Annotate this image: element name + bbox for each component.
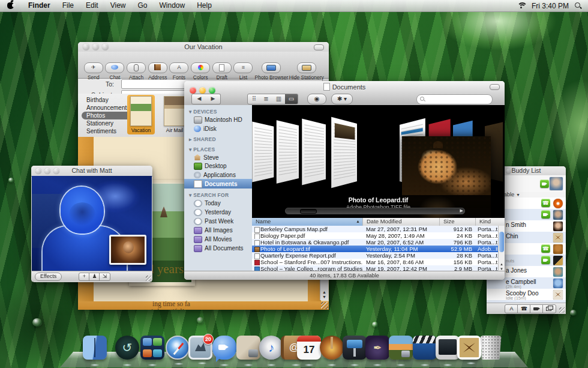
fullscreen-button[interactable]: ⇲ bbox=[99, 273, 110, 281]
dock-itunes-icon[interactable]: ♪ bbox=[259, 336, 283, 360]
draft-button[interactable]: Draft bbox=[211, 62, 233, 80]
file-row[interactable]: Biology Paper.pdf May 28, 2007, 1:49 AM … bbox=[252, 232, 499, 239]
dock-mail-icon[interactable]: 20 bbox=[188, 336, 212, 360]
dock-trash-icon[interactable] bbox=[479, 336, 503, 360]
dock-photo-booth-icon[interactable] bbox=[236, 336, 260, 360]
buddy-resize-grip[interactable] bbox=[559, 307, 565, 313]
toolbar-toggle-button[interactable] bbox=[490, 84, 500, 90]
address-button[interactable]: Address bbox=[147, 62, 169, 80]
audio-chat-button[interactable]: ☎ bbox=[517, 304, 531, 313]
ichat-video-window[interactable]: Chat with Matt Effects + ♟ ⇲ bbox=[31, 166, 152, 282]
video-chat-button[interactable] bbox=[530, 304, 544, 313]
screen-sharing-button[interactable] bbox=[542, 304, 556, 313]
audio-chat-badge[interactable]: ☎ bbox=[541, 199, 550, 207]
dock-dashboard-icon[interactable] bbox=[140, 336, 164, 360]
video-chat-badge[interactable] bbox=[541, 210, 550, 219]
buddy-row[interactable]: Scooby Doo Idle (15m) bbox=[487, 289, 566, 300]
sidebar-item-today[interactable]: Today bbox=[184, 199, 252, 208]
search-for-header[interactable]: ▾ SEARCH FOR bbox=[184, 189, 252, 199]
spotlight-icon[interactable] bbox=[575, 2, 582, 10]
forward-button[interactable]: ▶ bbox=[206, 94, 221, 104]
colors-button[interactable]: Colors bbox=[190, 62, 211, 80]
effects-button[interactable]: Effects bbox=[35, 273, 62, 281]
menu-help[interactable]: Help bbox=[191, 0, 218, 11]
coverflow-document[interactable] bbox=[331, 117, 357, 188]
sidebar-item-steve[interactable]: Steve bbox=[184, 153, 252, 161]
sidebar-item-macintosh-hd[interactable]: Macintosh HD bbox=[184, 115, 252, 124]
scroll-up-arrow[interactable]: ▲ bbox=[499, 262, 505, 266]
dock-time-machine-icon[interactable]: ↺ bbox=[115, 336, 139, 360]
file-row[interactable]: Quarterly Expense Report.pdf Yesterday, … bbox=[252, 252, 499, 259]
dock-finder-icon[interactable] bbox=[83, 336, 107, 360]
send-button[interactable]: ✈ Send bbox=[83, 62, 104, 80]
dock-front-row-icon[interactable] bbox=[436, 336, 460, 360]
file-row[interactable]: School – Stanford Fre...007 Instructions… bbox=[252, 259, 499, 265]
video-chat-badge[interactable] bbox=[541, 256, 550, 264]
coverflow-scrubber[interactable]: ▶ bbox=[285, 208, 465, 214]
shared-header[interactable]: ▸ SHARED bbox=[184, 133, 252, 143]
menu-window[interactable]: Window bbox=[154, 0, 191, 11]
quick-look-button[interactable]: ◉ bbox=[307, 94, 326, 104]
coverflow-view-button[interactable]: ▭ bbox=[285, 94, 298, 104]
attach-button[interactable]: Attach bbox=[125, 62, 147, 80]
menu-clock[interactable]: Fri 3:40 PM bbox=[532, 2, 569, 10]
dock-ical-icon[interactable]: 17 bbox=[297, 336, 321, 360]
photo-browser-button[interactable]: Photo Browser bbox=[254, 62, 289, 80]
file-list-scrollbar[interactable]: ▲ ▼ bbox=[498, 226, 505, 271]
action-menu-button[interactable]: ✱ ▾ bbox=[331, 94, 353, 104]
sidebar-item-yesterday[interactable]: Yesterday bbox=[184, 208, 252, 217]
toolbar-toggle-button[interactable] bbox=[314, 44, 324, 50]
my-video-badge[interactable] bbox=[540, 179, 549, 188]
menu-edit[interactable]: Edit bbox=[80, 0, 104, 11]
list-view-button[interactable]: ≣ bbox=[260, 94, 273, 104]
coverflow-document[interactable] bbox=[252, 122, 274, 182]
fonts-button[interactable]: A Fonts bbox=[169, 62, 190, 80]
sidebar-item-idisk[interactable]: iDisk bbox=[184, 124, 252, 133]
search-field[interactable] bbox=[416, 94, 493, 104]
folder-proxy-icon[interactable] bbox=[323, 83, 330, 91]
dock-iphoto-icon[interactable] bbox=[389, 336, 413, 360]
coverflow-document[interactable] bbox=[277, 120, 299, 184]
devices-header[interactable]: ▾ DEVICES bbox=[184, 105, 252, 115]
stationery-thumb-vacation[interactable]: Vacation bbox=[127, 95, 155, 134]
dock-ichat-icon[interactable] bbox=[212, 336, 236, 360]
sidebar-item-all-movies[interactable]: All Movies bbox=[184, 235, 252, 244]
file-row[interactable]: Hotel in Botswana & Okavango.pdf Mar 20,… bbox=[252, 239, 499, 246]
hide-stationery-button[interactable]: Hide Stationery bbox=[289, 62, 324, 80]
mail-titlebar[interactable]: Our Vacation bbox=[78, 42, 329, 52]
scroll-down-arrow[interactable]: ▼ bbox=[320, 295, 328, 299]
apple-menu-icon[interactable] bbox=[7, 2, 14, 9]
dock-garageband-icon[interactable] bbox=[320, 336, 344, 360]
ichat-resize-grip[interactable] bbox=[146, 276, 151, 281]
menu-go[interactable]: Go bbox=[132, 0, 154, 11]
text-chat-button[interactable]: A bbox=[505, 304, 518, 313]
list-button[interactable]: ≡ List bbox=[233, 62, 254, 80]
finder-window[interactable]: Documents ◀ ▶ ⠿ ≣ ▥ ▭ ◉ ✱ ▾ ▾ DEVICES Ma… bbox=[184, 81, 505, 280]
dock-keynote-icon[interactable] bbox=[343, 336, 367, 360]
sidebar-item-applications[interactable]: Applications bbox=[184, 170, 252, 179]
sidebar-item-desktop[interactable]: Desktop bbox=[184, 161, 252, 170]
menu-view[interactable]: View bbox=[104, 0, 132, 11]
scrubber-thumb[interactable] bbox=[300, 209, 317, 214]
local-video-preview[interactable] bbox=[109, 235, 146, 265]
column-header-size[interactable]: Size bbox=[440, 218, 476, 226]
file-row[interactable]: Berkeley Campus Map.pdf Mar 27, 2007, 12… bbox=[252, 226, 499, 232]
column-header-date[interactable]: Date Modified bbox=[363, 218, 440, 226]
dock-imovie-icon[interactable] bbox=[413, 336, 437, 360]
dock-pages-icon[interactable]: ✒ bbox=[365, 336, 389, 360]
leopard-photo-preview[interactable] bbox=[402, 136, 491, 195]
chat-button[interactable]: Chat bbox=[104, 62, 126, 80]
menu-finder[interactable]: Finder bbox=[22, 0, 56, 11]
scroll-up-arrow[interactable]: ▲ bbox=[320, 290, 328, 294]
column-header-kind[interactable]: Kind bbox=[476, 218, 505, 226]
audio-chat-badge[interactable]: ☎ bbox=[541, 244, 550, 253]
finder-titlebar[interactable]: Documents ◀ ▶ ⠿ ≣ ▥ ▭ ◉ ✱ ▾ bbox=[184, 81, 505, 106]
my-avatar[interactable] bbox=[550, 177, 563, 190]
scrollbar-thumb[interactable] bbox=[499, 232, 504, 252]
mail-resize-grip[interactable] bbox=[321, 302, 328, 309]
icon-view-button[interactable]: ⠿ bbox=[247, 94, 261, 104]
sidebar-item-all-documents[interactable]: All Documents bbox=[184, 244, 252, 253]
coverflow-view[interactable]: D Photo of Leopard.tif Adobe Photoshop T… bbox=[252, 105, 505, 218]
wifi-icon[interactable] bbox=[517, 2, 526, 9]
sidebar-item-all-images[interactable]: All Images bbox=[184, 226, 252, 235]
